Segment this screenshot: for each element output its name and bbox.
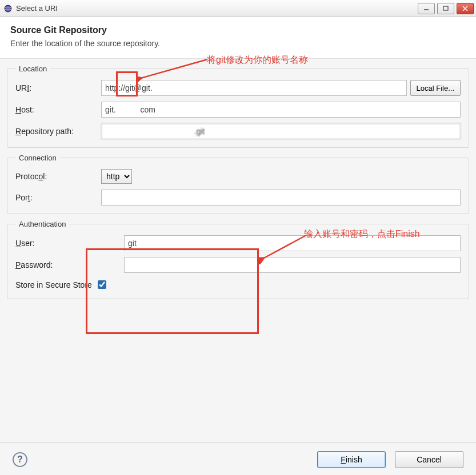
maximize-button[interactable] [437, 3, 454, 14]
repo-path-label: Repository path: [15, 127, 101, 136]
user-input[interactable] [124, 235, 461, 251]
titlebar: Select a URI [0, 0, 476, 17]
connection-group: Connection Protocol: http Port: [7, 154, 469, 214]
store-secure-checkbox[interactable] [98, 280, 106, 289]
password-input[interactable] [124, 257, 461, 273]
repo-path-input[interactable] [101, 123, 461, 139]
dialog-body: Location URI: Local File... Host: Reposi… [0, 59, 476, 475]
close-button[interactable] [457, 3, 474, 14]
protocol-label: Protocol: [15, 172, 101, 181]
page-subtitle: Enter the location of the source reposit… [10, 39, 466, 48]
svg-point-1 [6, 6, 11, 11]
uri-label: URI: [15, 83, 101, 92]
window-title: Select a URI [16, 4, 58, 13]
local-file-button[interactable]: Local File... [410, 80, 461, 96]
finish-button[interactable]: Finish [317, 451, 386, 468]
dialog-header: Source Git Repository Enter the location… [0, 17, 476, 59]
user-label: User: [15, 239, 124, 248]
authentication-legend: Authentication [15, 220, 69, 228]
store-secure-label: Store in Secure Store [15, 280, 92, 289]
cancel-button[interactable]: Cancel [395, 451, 463, 468]
host-input[interactable] [101, 102, 461, 118]
help-button[interactable]: ? [13, 452, 27, 467]
eclipse-icon [3, 4, 13, 13]
minimize-button[interactable] [418, 3, 435, 14]
button-bar: ? Finish Cancel [0, 442, 476, 475]
port-label: Port: [15, 193, 101, 202]
port-input[interactable] [101, 190, 461, 206]
connection-legend: Connection [15, 154, 60, 162]
uri-input[interactable] [101, 80, 407, 96]
password-label: Password: [15, 260, 124, 269]
location-group: Location URI: Local File... Host: Reposi… [7, 65, 469, 148]
svg-rect-4 [443, 6, 448, 10]
location-legend: Location [15, 65, 50, 73]
page-title: Source Git Repository [10, 25, 466, 35]
host-label: Host: [15, 105, 101, 114]
authentication-group: Authentication User: Password: Store in … [7, 220, 469, 299]
protocol-select[interactable]: http [101, 169, 132, 184]
